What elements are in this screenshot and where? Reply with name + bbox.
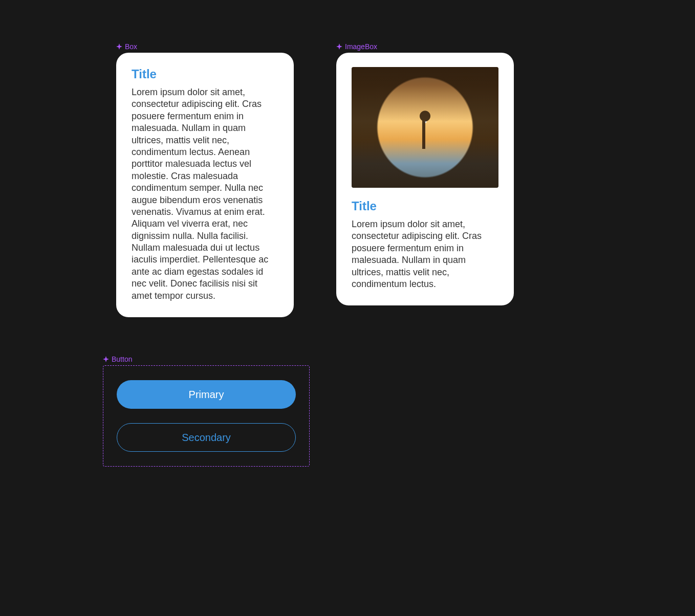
imagebox-body: Lorem ipsum dolor sit amet, consectetur … bbox=[352, 218, 498, 290]
component-label-imagebox: ImageBox bbox=[336, 42, 377, 51]
component-label-text: Button bbox=[112, 355, 132, 363]
secondary-button-label: Secondary bbox=[182, 432, 231, 444]
box-body: Lorem ipsum dolor sit amet, consectetur … bbox=[132, 86, 278, 302]
component-label-box: Box bbox=[116, 42, 137, 51]
diamond-icon bbox=[336, 43, 342, 50]
imagebox-image bbox=[352, 67, 498, 188]
component-label-text: ImageBox bbox=[345, 42, 377, 51]
imagebox-title: Title bbox=[352, 199, 498, 213]
component-canvas: Box Title Lorem ipsum dolor sit amet, co… bbox=[0, 0, 695, 616]
diamond-icon bbox=[116, 43, 122, 50]
component-label-text: Box bbox=[125, 42, 137, 51]
component-label-button: Button bbox=[103, 355, 132, 363]
imagebox-card: Title Lorem ipsum dolor sit amet, consec… bbox=[336, 53, 514, 305]
secondary-button[interactable]: Secondary bbox=[117, 423, 296, 452]
primary-button-label: Primary bbox=[189, 389, 224, 401]
diamond-icon bbox=[103, 356, 109, 362]
primary-button[interactable]: Primary bbox=[117, 380, 296, 409]
box-title: Title bbox=[132, 67, 278, 81]
button-frame: Primary Secondary bbox=[103, 365, 310, 467]
box-card: Title Lorem ipsum dolor sit amet, consec… bbox=[116, 53, 294, 317]
